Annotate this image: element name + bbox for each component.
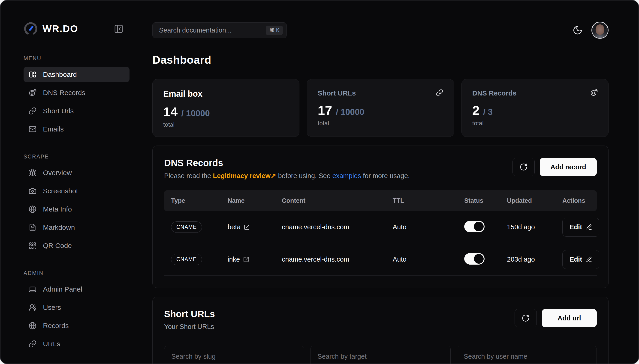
urls-panel-titles: Short URLs Your Short URLs xyxy=(164,309,215,330)
sidebar-item-overview[interactable]: Overview xyxy=(24,165,130,180)
column-header-type: Type xyxy=(171,197,228,204)
refresh-dns-button[interactable] xyxy=(512,158,535,176)
refresh-urls-button[interactable] xyxy=(515,309,537,327)
mail-icon xyxy=(29,125,37,133)
main-content: Search documentation... ⌘ K Dashboard Em… xyxy=(137,0,638,364)
sidebar-item-label: QR Code xyxy=(43,242,72,250)
sidebar-collapse-button[interactable] xyxy=(114,24,124,34)
user-avatar[interactable] xyxy=(591,22,608,39)
sidebar-item-label: Short Urls xyxy=(43,107,74,115)
sidebar-nav: MENUDashboardDNS RecordsShort UrlsEmails… xyxy=(24,55,130,352)
status-toggle[interactable] xyxy=(464,253,485,264)
edit-record-button[interactable]: Edit xyxy=(562,218,599,237)
dns-record-row: CNAME inke cname.vercel-dns.com Auto 203… xyxy=(164,243,597,276)
stat-card-caption: total xyxy=(472,120,598,127)
users-icon xyxy=(29,304,37,312)
sidebar-item-markdown[interactable]: Markdown xyxy=(24,220,130,235)
sidebar-item-emails[interactable]: Emails xyxy=(24,121,130,137)
sidebar-item-meta-info[interactable]: Meta Info xyxy=(24,202,130,217)
record-content: cname.vercel-dns.com xyxy=(282,256,393,263)
stat-card-short-urls: Short URLs 17 / 10000 total xyxy=(307,79,454,137)
sidebar-section-label-scrape: SCRAPE xyxy=(24,154,130,160)
dns-table: TypeNameContentTTLStatusUpdatedActions C… xyxy=(164,190,597,276)
status-toggle[interactable] xyxy=(464,221,485,232)
bug-icon xyxy=(29,169,37,177)
stat-card-email-box: Email box 14 / 10000 total xyxy=(152,79,299,137)
stat-card-caption: total xyxy=(163,121,288,128)
globe-icon xyxy=(29,205,37,213)
pen-icon xyxy=(586,256,592,262)
sidebar-item-label: Markdown xyxy=(43,224,75,231)
record-type-badge: CNAME xyxy=(171,222,202,233)
column-header-status: Status xyxy=(464,197,507,204)
dns-panel-titles: DNS Records Please read the Legitimacy r… xyxy=(164,158,410,180)
link-icon xyxy=(29,340,37,348)
panel-left-close-icon xyxy=(114,24,124,34)
dns-table-header: TypeNameContentTTLStatusUpdatedActions xyxy=(164,190,597,211)
sidebar-item-records[interactable]: Records xyxy=(24,318,130,334)
stat-card-limit: / 3 xyxy=(483,107,493,117)
topbar: Search documentation... ⌘ K xyxy=(152,22,608,39)
column-header-updated: Updated xyxy=(507,197,562,204)
column-header-name: Name xyxy=(228,197,282,204)
refresh-icon xyxy=(521,314,530,322)
column-header-ttl: TTL xyxy=(393,197,464,204)
sidebar-item-admin-panel[interactable]: Admin Panel xyxy=(24,282,130,297)
theme-toggle-button[interactable] xyxy=(572,25,583,35)
laptop-icon xyxy=(29,285,37,293)
legitimacy-review-link[interactable]: Legitimacy review↗ xyxy=(213,172,276,180)
stat-card-caption: total xyxy=(318,120,443,127)
sidebar-item-dns-records[interactable]: DNS Records xyxy=(24,85,130,100)
url-search-input-search-by-target[interactable] xyxy=(310,346,450,364)
sidebar-item-users[interactable]: Users xyxy=(24,300,130,315)
link-icon xyxy=(29,107,37,115)
sidebar-item-short-urls[interactable]: Short Urls xyxy=(24,103,130,119)
globe-icon xyxy=(29,322,37,330)
logo: WR.DO xyxy=(24,22,130,36)
app-window: WR.DO MENUDashboardDNS RecordsShort Urls… xyxy=(0,0,639,364)
record-name: beta xyxy=(228,223,240,231)
edit-record-button[interactable]: Edit xyxy=(562,250,599,269)
search-shortcut-badge: ⌘ K xyxy=(266,26,283,35)
sidebar-item-urls[interactable]: URLs xyxy=(24,336,130,352)
stat-card-title: DNS Records xyxy=(472,89,517,97)
record-type-badge: CNAME xyxy=(171,254,202,265)
open-record-link[interactable] xyxy=(243,256,249,262)
page-title: Dashboard xyxy=(152,54,608,66)
dns-panel-subtitle: Please read the Legitimacy review↗ befor… xyxy=(164,172,410,180)
sidebar-item-label: URLs xyxy=(43,340,60,348)
pen-icon xyxy=(586,224,592,230)
record-content: cname.vercel-dns.com xyxy=(282,223,393,231)
sidebar-item-screenshot[interactable]: Screenshot xyxy=(24,183,130,199)
globe-lock-icon xyxy=(29,89,37,97)
stat-card-value: 2 xyxy=(472,103,479,118)
dns-record-row: CNAME beta cname.vercel-dns.com Auto 150… xyxy=(164,211,597,243)
column-header-actions: Actions xyxy=(562,197,595,204)
examples-link[interactable]: examples xyxy=(333,172,361,180)
file-text-icon xyxy=(29,224,37,231)
add-url-button[interactable]: Add url xyxy=(542,309,597,327)
topbar-right xyxy=(572,22,608,39)
dns-records-panel: DNS Records Please read the Legitimacy r… xyxy=(152,146,608,288)
qr-code-icon xyxy=(29,242,37,250)
sidebar-item-label: Meta Info xyxy=(43,205,72,213)
url-search-row xyxy=(164,346,597,364)
url-search-input-search-by-slug[interactable] xyxy=(164,346,304,364)
sidebar-item-dashboard[interactable]: Dashboard xyxy=(24,67,130,82)
stat-card-value: 14 xyxy=(163,104,178,119)
sidebar: WR.DO MENUDashboardDNS RecordsShort Urls… xyxy=(1,0,137,364)
stat-card-dns-records: DNS Records 2 / 3 total xyxy=(461,79,608,137)
open-record-link[interactable] xyxy=(244,224,250,230)
record-updated: 150d ago xyxy=(507,223,562,231)
sidebar-item-qr-code[interactable]: QR Code xyxy=(24,238,130,254)
sidebar-item-label: DNS Records xyxy=(43,89,85,97)
camera-icon xyxy=(29,187,37,195)
search-input[interactable]: Search documentation... ⌘ K xyxy=(152,22,287,38)
url-search-input-search-by-user-name[interactable] xyxy=(457,346,597,364)
record-name: inke xyxy=(228,256,240,263)
stat-card-limit: / 10000 xyxy=(181,109,210,118)
dns-panel-title: DNS Records xyxy=(164,158,410,168)
stat-card-title: Short URLs xyxy=(318,89,356,97)
urls-panel-subtitle: Your Short URLs xyxy=(164,323,215,330)
add-record-button[interactable]: Add record xyxy=(540,158,597,176)
